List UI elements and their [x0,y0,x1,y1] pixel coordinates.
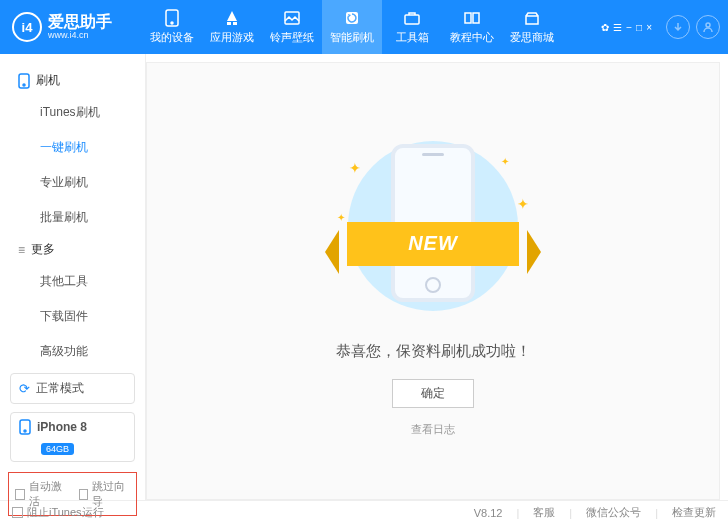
sidebar: 刷机 iTunes刷机 一键刷机 专业刷机 批量刷机 ≡ 更多 其他工具 下载固… [0,54,146,500]
svg-rect-4 [405,15,419,24]
sidebar-item-download-firmware[interactable]: 下载固件 [0,299,145,334]
svg-point-5 [706,23,710,27]
sidebar-item-batch-flash[interactable]: 批量刷机 [0,200,145,235]
sidebar-item-oneclick-flash[interactable]: 一键刷机 [0,130,145,165]
nav-label: 智能刷机 [330,30,374,45]
support-link[interactable]: 客服 [533,505,555,520]
refresh-icon: ⟳ [19,381,30,396]
view-log-link[interactable]: 查看日志 [411,422,455,437]
nav-shop[interactable]: 爱思商城 [502,0,562,54]
user-button[interactable] [696,15,720,39]
nav-label: 铃声壁纸 [270,30,314,45]
nav-label: 教程中心 [450,30,494,45]
sidebar-item-pro-flash[interactable]: 专业刷机 [0,165,145,200]
svg-point-7 [23,84,25,86]
check-update-link[interactable]: 检查更新 [672,505,716,520]
logo-icon: i4 [12,12,42,42]
logo-area: i4 爱思助手 www.i4.cn [12,12,142,42]
phone-icon [19,419,31,435]
svg-point-9 [24,430,26,432]
maximize-icon[interactable]: □ [636,22,642,33]
svg-point-1 [171,22,173,24]
nav-toolbox[interactable]: 工具箱 [382,0,442,54]
menu-icon[interactable]: ☰ [613,22,622,33]
download-button[interactable] [666,15,690,39]
nav-label: 我的设备 [150,30,194,45]
nav-label: 应用游戏 [210,30,254,45]
block-itunes-checkbox[interactable]: 阻止iTunes运行 [12,505,104,520]
header-right: ✿ ☰ − □ × [601,15,720,39]
storage-badge: 64GB [41,443,74,455]
success-illustration: ✦✦✦✦ NEW [333,126,533,326]
new-ribbon: NEW [347,222,519,266]
nav-apps[interactable]: 应用游戏 [202,0,262,54]
settings-icon[interactable]: ✿ [601,22,609,33]
mode-label: 正常模式 [36,380,84,397]
nav-flash[interactable]: 智能刷机 [322,0,382,54]
toolbox-icon [403,9,421,27]
main-content: ✦✦✦✦ NEW 恭喜您，保资料刷机成功啦！ 确定 查看日志 [146,62,720,500]
list-icon: ≡ [18,243,25,257]
version-label: V8.12 [474,507,503,519]
mode-selector[interactable]: ⟳ 正常模式 [10,373,135,404]
confirm-button[interactable]: 确定 [392,379,474,408]
app-name: 爱思助手 [48,14,112,30]
refresh-icon [343,9,361,27]
device-icon [18,73,30,89]
app-subtitle: www.i4.cn [48,30,112,40]
picture-icon [283,9,301,27]
shop-icon [523,9,541,27]
main-nav: 我的设备 应用游戏 铃声壁纸 智能刷机 工具箱 教程中心 爱思商城 [142,0,601,54]
sidebar-item-itunes-flash[interactable]: iTunes刷机 [0,95,145,130]
section-title: 更多 [31,241,55,258]
nav-my-device[interactable]: 我的设备 [142,0,202,54]
section-title: 刷机 [36,72,60,89]
wechat-link[interactable]: 微信公众号 [586,505,641,520]
apps-icon [223,9,241,27]
phone-icon [163,9,181,27]
device-info[interactable]: iPhone 8 64GB [10,412,135,462]
nav-label: 爱思商城 [510,30,554,45]
nav-ringtones[interactable]: 铃声壁纸 [262,0,322,54]
body-area: 刷机 iTunes刷机 一键刷机 专业刷机 批量刷机 ≡ 更多 其他工具 下载固… [0,54,728,500]
nav-label: 工具箱 [396,30,429,45]
success-message: 恭喜您，保资料刷机成功啦！ [336,342,531,361]
book-icon [463,9,481,27]
window-controls: ✿ ☰ − □ × [601,22,652,33]
checkbox-label: 阻止iTunes运行 [27,505,104,520]
device-name: iPhone 8 [37,420,87,434]
close-icon[interactable]: × [646,22,652,33]
nav-tutorials[interactable]: 教程中心 [442,0,502,54]
sidebar-section-more: ≡ 更多 [0,235,145,264]
app-header: i4 爱思助手 www.i4.cn 我的设备 应用游戏 铃声壁纸 智能刷机 工具… [0,0,728,54]
minimize-icon[interactable]: − [626,22,632,33]
sidebar-item-other-tools[interactable]: 其他工具 [0,264,145,299]
sidebar-item-advanced[interactable]: 高级功能 [0,334,145,369]
sidebar-section-flash: 刷机 [0,66,145,95]
